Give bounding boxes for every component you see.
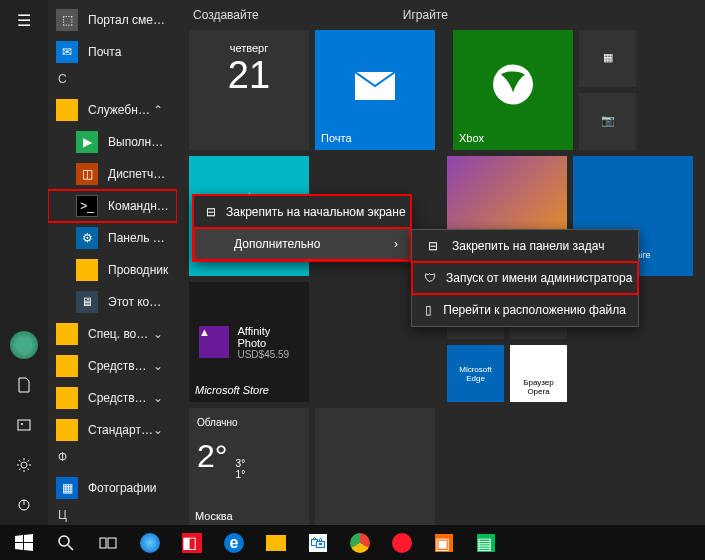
app-label: Средства администрирования... — [88, 391, 153, 405]
tile-small-2[interactable]: 📷 — [579, 93, 636, 150]
app-mr-portal[interactable]: ⬚Портал смешанной реальности — [48, 4, 177, 36]
group-header-create[interactable]: Создавайте — [193, 8, 259, 22]
section-letter-ts[interactable]: Ц — [48, 504, 177, 525]
power-icon — [16, 497, 32, 513]
affinity-price: USD$45.59 — [237, 349, 299, 360]
tb-app3[interactable]: ▤ — [466, 527, 506, 559]
mail-icon — [355, 72, 395, 102]
affinity-icon: ▲ — [199, 326, 229, 358]
app-office-tools[interactable]: Средства Microsoft Office⌄ — [48, 350, 177, 382]
tile-movies[interactable] — [315, 408, 435, 528]
search-button[interactable] — [46, 527, 86, 559]
tile-small-1[interactable]: ▦ — [579, 30, 636, 87]
tb-explorer[interactable] — [256, 527, 296, 559]
avatar-icon — [10, 331, 38, 359]
tile-edge[interactable]: Microsoft Edge — [447, 345, 504, 402]
app-admin-tools[interactable]: Средства администрирования...⌄ — [48, 382, 177, 414]
app-this-pc[interactable]: 🖥Этот компьютер — [48, 286, 177, 318]
weather-cond: Облачно — [197, 417, 238, 428]
ctx-open-location[interactable]: ▯Перейти к расположению файла — [412, 294, 638, 326]
tile-opera[interactable]: Браузер Opera — [510, 345, 567, 402]
ctx-run-admin[interactable]: 🛡Запуск от имени администратора — [412, 262, 638, 294]
tb-opera[interactable] — [382, 527, 422, 559]
app-run[interactable]: ▶Выполнить — [48, 126, 177, 158]
section-letter-s[interactable]: С — [48, 68, 177, 94]
app-control-panel[interactable]: ⚙Панель управления — [48, 222, 177, 254]
documents-button[interactable] — [0, 365, 48, 405]
tb-app1[interactable]: ◧ — [172, 527, 212, 559]
tile-affinity[interactable]: ▲ Affinity Photo USD$45.59 Microsoft Sto… — [189, 282, 309, 402]
app-windows-tools[interactable]: Служебные — Windows⌃ — [48, 94, 177, 126]
cortana-icon — [140, 533, 160, 553]
pictures-button[interactable] — [0, 405, 48, 445]
pin-icon: ⊟ — [206, 205, 216, 219]
ctx-label: Дополнительно — [234, 237, 320, 251]
chevron-down-icon: ⌄ — [153, 391, 169, 405]
section-letter-f[interactable]: Ф — [48, 446, 177, 472]
app-icon: ▤ — [477, 534, 495, 552]
group-header-play[interactable]: Играйте — [403, 8, 448, 22]
windows-icon — [15, 534, 33, 552]
settings-button[interactable] — [0, 445, 48, 485]
folder-icon — [56, 355, 78, 377]
power-button[interactable] — [0, 485, 48, 525]
calendar-num: 21 — [189, 54, 309, 97]
ctx-more[interactable]: Дополнительно› — [194, 228, 410, 260]
app-label: Панель управления — [108, 231, 169, 245]
app-label: Диспетчер задач — [108, 167, 169, 181]
app-standard[interactable]: Стандартные — Windows⌄ — [48, 414, 177, 446]
tb-app2[interactable]: ▣ — [424, 527, 464, 559]
tb-store[interactable]: 🛍 — [298, 527, 338, 559]
tile-label: Браузер Opera — [516, 378, 561, 396]
svg-point-1 — [21, 423, 23, 425]
tile-weather[interactable]: Облачно 2° 3°1° Москва — [189, 408, 309, 528]
xbox-icon — [491, 62, 535, 108]
user-avatar[interactable] — [0, 325, 48, 365]
tb-chrome[interactable] — [340, 527, 380, 559]
app-mail[interactable]: ✉Почта — [48, 36, 177, 68]
app-label: Спец. возможности — [88, 327, 153, 341]
hamburger-button[interactable]: ☰ — [0, 0, 48, 40]
ctx-label: Запуск от имени администратора — [446, 271, 632, 285]
run-icon: ▶ — [76, 131, 98, 153]
tile-mail[interactable]: Почта — [315, 30, 435, 150]
search-icon — [57, 534, 75, 552]
mail-icon: ✉ — [56, 41, 78, 63]
ctx-pin-taskbar[interactable]: ⊟Закрепить на панели задач — [412, 230, 638, 262]
svg-rect-8 — [108, 538, 116, 548]
app-accessibility[interactable]: Спец. возможности⌄ — [48, 318, 177, 350]
tb-edge[interactable]: e — [214, 527, 254, 559]
app-label: Этот компьютер — [108, 295, 169, 309]
app-label: Фотографии — [88, 481, 169, 495]
weather-temp: 2° — [197, 438, 228, 475]
start-button[interactable] — [4, 527, 44, 559]
svg-rect-0 — [18, 420, 30, 430]
app-label: Портал смешанной реальности — [88, 13, 169, 27]
app-cmd[interactable]: >_Командная строка — [48, 190, 177, 222]
chrome-icon — [350, 533, 370, 553]
shield-icon: 🛡 — [424, 271, 436, 285]
chevron-down-icon: ⌄ — [153, 423, 169, 437]
app-taskmgr[interactable]: ◫Диспетчер задач — [48, 158, 177, 190]
tb-cortana[interactable] — [130, 527, 170, 559]
app-icon: ◧ — [182, 533, 202, 553]
context-menu-1: ⊟Закрепить на начальном экране Дополните… — [193, 195, 411, 261]
app-photos[interactable]: ▦Фотографии — [48, 472, 177, 504]
folder-icon — [56, 387, 78, 409]
tile-label: Почта — [321, 132, 429, 144]
apps-list: ⬚Портал смешанной реальности ✉Почта С Сл… — [48, 0, 177, 525]
store-icon: 🛍 — [309, 534, 327, 552]
app-explorer[interactable]: Проводник — [48, 254, 177, 286]
chevron-right-icon: › — [374, 237, 398, 251]
taskview-button[interactable] — [88, 527, 128, 559]
taskbar: ◧ e 🛍 ▣ ▤ — [0, 525, 705, 560]
cmd-icon: >_ — [76, 195, 98, 217]
app-label: Почта — [88, 45, 169, 59]
ctx-pin-start[interactable]: ⊟Закрепить на начальном экране — [194, 196, 410, 228]
start-rail: ☰ — [0, 0, 48, 525]
opera-icon — [392, 533, 412, 553]
svg-point-2 — [21, 462, 27, 468]
app-label: Командная строка — [108, 199, 169, 213]
tile-calendar[interactable]: четверг 21 — [189, 30, 309, 150]
tile-xbox[interactable]: Xbox — [453, 30, 573, 150]
